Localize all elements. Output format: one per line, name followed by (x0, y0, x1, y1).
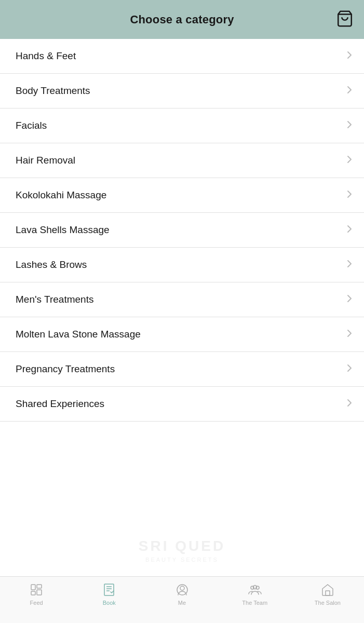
chevron-right-icon (345, 86, 354, 96)
nav-label-feed: Feed (30, 600, 43, 606)
category-label-lashes-brows: Lashes & Brows (16, 259, 87, 270)
chevron-right-icon (345, 190, 354, 200)
nav-label-the-salon: The Salon (315, 600, 341, 606)
svg-rect-4 (37, 590, 42, 595)
category-label-shared-experiences: Shared Experiences (16, 398, 104, 410)
watermark-main: SRI QUED (139, 538, 225, 554)
watermark-sub: BEAUTY SECRETS (145, 557, 219, 563)
nav-label-me: Me (178, 600, 186, 606)
category-label-lava-shells-massage: Lava Shells Massage (16, 224, 110, 236)
chevron-right-icon (345, 399, 354, 409)
header: Choose a category (0, 0, 364, 39)
book-icon (101, 582, 117, 598)
cart-icon (336, 20, 354, 29)
category-list: Hands & FeetBody TreatmentsFacialsHair R… (0, 39, 364, 524)
chevron-right-icon (345, 120, 354, 131)
nav-label-book: Book (103, 600, 116, 606)
chevron-right-icon (345, 294, 354, 305)
chevron-right-icon (345, 364, 354, 374)
nav-item-me[interactable]: Me (145, 582, 218, 606)
chevron-right-icon (345, 329, 354, 340)
category-item-lava-shells-massage[interactable]: Lava Shells Massage (0, 213, 364, 248)
category-item-shared-experiences[interactable]: Shared Experiences (0, 387, 364, 422)
nav-item-book[interactable]: Book (73, 582, 145, 606)
svg-rect-14 (326, 591, 330, 595)
category-label-hands-feet: Hands & Feet (16, 50, 76, 62)
cart-button[interactable] (336, 10, 354, 30)
category-item-hair-removal[interactable]: Hair Removal (0, 143, 364, 178)
category-label-molten-lava-stone: Molten Lava Stone Massage (16, 329, 141, 340)
me-icon (174, 582, 190, 598)
category-item-facials[interactable]: Facials (0, 109, 364, 143)
nav-item-the-salon[interactable]: The Salon (291, 582, 364, 606)
category-item-body-treatments[interactable]: Body Treatments (0, 74, 364, 109)
category-item-pregnancy-treatments[interactable]: Pregnancy Treatments (0, 352, 364, 387)
the-salon-icon (320, 582, 335, 598)
svg-rect-2 (31, 591, 35, 595)
category-item-hands-feet[interactable]: Hands & Feet (0, 39, 364, 74)
nav-item-feed[interactable]: Feed (0, 582, 73, 606)
svg-rect-1 (31, 585, 35, 590)
chevron-right-icon (345, 225, 354, 235)
category-label-body-treatments: Body Treatments (16, 85, 90, 97)
watermark-area: SRI QUED BEAUTY SECRETS (0, 524, 364, 576)
page-title: Choose a category (130, 13, 234, 26)
chevron-right-icon (345, 260, 354, 270)
nav-label-the-team: The Team (242, 600, 267, 606)
category-item-molten-lava-stone[interactable]: Molten Lava Stone Massage (0, 317, 364, 352)
category-item-kokolokahi-massage[interactable]: Kokolokahi Massage (0, 178, 364, 213)
category-label-hair-removal: Hair Removal (16, 155, 75, 166)
category-label-mens-treatments: Men's Treatments (16, 294, 93, 305)
svg-rect-5 (104, 584, 114, 595)
the-team-icon (247, 582, 263, 598)
category-label-facials: Facials (16, 120, 47, 131)
category-item-mens-treatments[interactable]: Men's Treatments (0, 282, 364, 317)
category-label-pregnancy-treatments: Pregnancy Treatments (16, 363, 115, 375)
category-label-kokolokahi-massage: Kokolokahi Massage (16, 189, 106, 201)
nav-item-the-team[interactable]: The Team (219, 582, 291, 606)
category-item-lashes-brows[interactable]: Lashes & Brows (0, 248, 364, 282)
svg-point-10 (180, 586, 184, 590)
bottom-nav: Feed Book Me (0, 576, 364, 623)
feed-icon (29, 582, 44, 598)
svg-rect-3 (37, 585, 42, 588)
chevron-right-icon (345, 51, 354, 61)
chevron-right-icon (345, 155, 354, 166)
